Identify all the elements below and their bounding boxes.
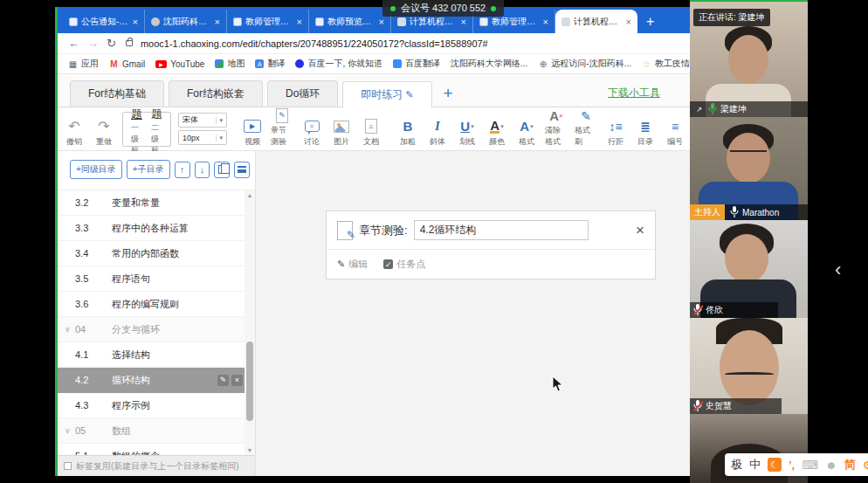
browser-tab[interactable]: 公告通知-沈阳 ×	[63, 10, 145, 33]
bookmark-epidemic-report[interactable]: ☆教工疫情填报	[642, 58, 690, 70]
toc-button[interactable]: ≣目录	[634, 111, 657, 148]
add-sibling-directory-button[interactable]: +同级目录	[70, 160, 122, 179]
chapter-row[interactable]: 3.2变量和常量	[58, 190, 255, 216]
participant-video[interactable]: 史贺慧	[690, 318, 808, 414]
tab-close-icon[interactable]: ×	[133, 17, 138, 27]
chapter-row[interactable]: 3.3程序中的各种运算	[58, 216, 255, 241]
chapter-section-row[interactable]: ∨04分支与循环	[58, 317, 255, 342]
chapter-row[interactable]: 4.1选择结构	[58, 342, 255, 368]
tab-close-icon[interactable]: ×	[215, 17, 220, 27]
chapter-row[interactable]: 3.5程序语句	[58, 266, 255, 292]
chapter-tab[interactable]: Do循环	[267, 80, 338, 107]
checkbox[interactable]	[64, 462, 72, 470]
label-reuse-option[interactable]: 标签复用(新建目录与上一个目录标签相同)	[58, 455, 255, 476]
font-color-button[interactable]: A▾颜色	[486, 111, 508, 148]
bookmark-maps[interactable]: 地图	[215, 58, 245, 70]
punctuation-icon[interactable]: ’,	[789, 459, 795, 472]
chevron-down-icon[interactable]: ∨	[65, 426, 75, 435]
meeting-id-overlay[interactable]: 会议号 432 070 552	[382, 0, 504, 17]
bookmark-apps[interactable]: ▦应用	[68, 58, 99, 70]
scrollbar-thumb[interactable]	[246, 342, 253, 421]
move-up-button[interactable]: ↑	[175, 162, 190, 178]
insert-quiz-button[interactable]: ✎章节测验	[271, 111, 293, 148]
tab-close-icon[interactable]: ×	[297, 17, 302, 27]
bookmark-baidu[interactable]: 百度一下, 你就知道	[295, 58, 382, 70]
add-child-directory-button[interactable]: +子目录	[127, 160, 170, 179]
screen-share-icon[interactable]: ↗	[693, 104, 705, 115]
chapter-tab[interactable]: For结构基础	[70, 80, 164, 107]
account-icon[interactable]: ☻	[825, 459, 837, 472]
chapter-row[interactable]: 5.1数组的概念	[58, 444, 255, 455]
back-icon[interactable]: ←	[68, 37, 79, 50]
url-text[interactable]: mooc1-1.chaoxing.com/edit/chapters/20748…	[141, 38, 488, 49]
format-button[interactable]: A▾格式	[515, 111, 538, 148]
font-size-select[interactable]: 10px▾	[178, 130, 227, 145]
bookmark-baidu-translate[interactable]: 百度翻译	[393, 58, 440, 70]
chevron-down-icon[interactable]: ∨	[65, 325, 75, 334]
browser-tab-active[interactable]: 计算机程序设计 ×	[555, 10, 637, 33]
task-point-checkbox[interactable]: ✓任务点	[383, 258, 425, 271]
forward-icon[interactable]: →	[87, 37, 99, 50]
settings-gear-icon[interactable]: ⚙	[863, 459, 868, 472]
tab-close-icon[interactable]: ×	[379, 17, 384, 27]
night-mode-icon[interactable]: ☾	[768, 458, 782, 472]
participant-video[interactable]: 正在讲话: 梁建坤 ↗ 梁建坤	[690, 2, 808, 117]
tab-close-icon[interactable]: ×	[461, 17, 466, 27]
close-icon[interactable]: ×	[636, 223, 644, 238]
simplified-chinese-icon[interactable]: 简	[844, 457, 856, 473]
edit-quiz-button[interactable]: ✎编辑	[337, 258, 368, 271]
chapter-row[interactable]: 3.4常用的内部函数	[58, 241, 255, 266]
chapter-row-selected[interactable]: 4.2循环结构✎×	[58, 368, 255, 393]
format-painter-button[interactable]: ✎格式刷	[575, 111, 597, 148]
undo-button[interactable]: ↶撤销	[63, 111, 86, 148]
line-spacing-button[interactable]: ↕≡行距	[604, 111, 627, 148]
move-down-button[interactable]: ↓	[195, 162, 210, 178]
close-icon[interactable]: ×	[231, 375, 243, 386]
soft-keyboard-icon[interactable]: ⌨	[802, 459, 818, 472]
bold-button[interactable]: B加粗	[396, 111, 419, 148]
tab-close-icon[interactable]: ×	[626, 17, 631, 27]
refresh-icon[interactable]: ↻	[107, 37, 116, 50]
participant-video[interactable]: 主持人 Marathon	[690, 117, 808, 220]
chinese-mode-icon[interactable]: 中	[749, 457, 761, 473]
sogou-mode-icon[interactable]: 极	[731, 457, 742, 473]
chapter-tab-active[interactable]: 即时练习✎	[342, 81, 431, 107]
chapter-row[interactable]: 3.6程序的编写规则	[58, 292, 255, 317]
chapter-section-row[interactable]: ∨05数组	[58, 418, 255, 444]
chapter-tab[interactable]: For结构嵌套	[169, 80, 263, 107]
bookmark-gmail[interactable]: MGmail	[109, 59, 145, 69]
insert-image-button[interactable]: 图片	[330, 111, 353, 148]
redo-button[interactable]: ↷重做	[93, 111, 115, 148]
insert-discussion-button[interactable]: =讨论	[300, 111, 323, 148]
browser-tab[interactable]: 教师预览页面 ×	[309, 10, 391, 33]
participant-video[interactable]: 佟欣	[690, 220, 808, 318]
edit-pencil-icon[interactable]: ✎	[217, 375, 229, 386]
tab-favicon	[151, 17, 160, 26]
copy-button[interactable]	[214, 162, 230, 178]
font-family-select[interactable]: 宋体▾	[178, 113, 227, 128]
browser-tab[interactable]: 沈阳药科大学 ×	[145, 10, 227, 33]
scroll-up-icon[interactable]: ▲	[247, 192, 253, 198]
quiz-name-input[interactable]	[414, 220, 589, 240]
heading-style-picker[interactable]: 标题一级标题 标题二级标题	[122, 112, 171, 147]
browser-tab[interactable]: 教师管理页面 ×	[227, 10, 309, 33]
edit-pencil-icon[interactable]: ✎	[405, 89, 413, 100]
clear-format-button[interactable]: A×清除格式	[545, 111, 568, 148]
italic-button[interactable]: I斜体	[426, 111, 449, 148]
underline-button[interactable]: U▾划线	[456, 111, 479, 148]
insert-document-button[interactable]: ≡文档	[360, 111, 382, 148]
numbering-button[interactable]: ≡编号	[664, 111, 686, 148]
chapter-row[interactable]: 4.3程序示例	[58, 393, 255, 418]
bookmark-youtube[interactable]: ▶YouTube	[155, 59, 204, 69]
tab-close-icon[interactable]: ×	[543, 17, 548, 27]
scroll-down-icon[interactable]: ▼	[247, 447, 253, 453]
collapse-panel-chevron[interactable]: ‹	[835, 259, 841, 281]
bookmark-remote-access[interactable]: ⊕远程访问-沈阳药科...	[538, 58, 631, 70]
add-chapter-tab-button[interactable]: +	[437, 84, 460, 107]
download-tool-link[interactable]: 下载小工具	[608, 86, 660, 100]
outline-button[interactable]	[234, 162, 250, 178]
new-tab-button[interactable]: +	[637, 14, 663, 33]
bookmark-syphu-network[interactable]: 沈阳药科大学网络...	[451, 58, 527, 70]
bookmark-translate[interactable]: A翻译	[255, 58, 285, 70]
insert-video-button[interactable]: ▶视频	[241, 111, 264, 148]
